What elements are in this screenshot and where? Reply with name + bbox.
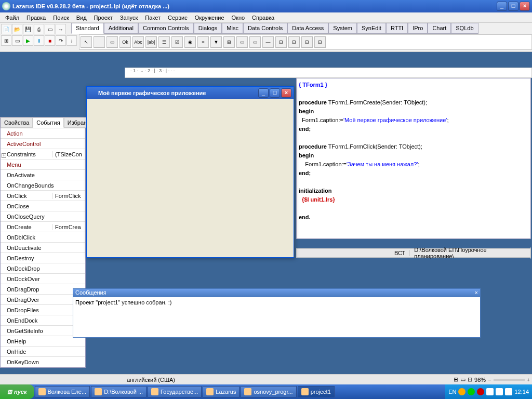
- menu-правка[interactable]: Правка: [23, 14, 49, 22]
- event-row[interactable]: OnChangeBounds: [1, 180, 85, 191]
- taskbar-item[interactable]: D:\Волковой ...: [91, 386, 147, 397]
- pause-button[interactable]: ⏸: [34, 35, 44, 46]
- event-row[interactable]: OnKeyDown: [1, 357, 85, 367]
- event-row[interactable]: OnActivate: [1, 170, 85, 180]
- event-row[interactable]: OnCloseQuery: [1, 211, 85, 222]
- app-minimize-button[interactable]: _: [258, 88, 269, 98]
- component-tab[interactable]: IPro: [408, 23, 428, 34]
- component-tab[interactable]: SQLdb: [451, 23, 478, 34]
- component-tab[interactable]: Dialogs: [194, 23, 222, 34]
- event-row[interactable]: OnHide: [1, 347, 85, 357]
- zoom-in-button[interactable]: +: [527, 377, 530, 383]
- tray-icon[interactable]: [468, 388, 475, 395]
- event-row[interactable]: ActiveControl: [1, 139, 85, 149]
- palette-component[interactable]: —: [262, 36, 274, 48]
- palette-component[interactable]: ▭: [107, 36, 118, 48]
- palette-component[interactable]: ≡: [197, 36, 209, 48]
- view-forms-button[interactable]: ▭: [12, 35, 22, 46]
- minimize-button[interactable]: _: [497, 2, 507, 11]
- newform-button[interactable]: ▭: [45, 24, 55, 34]
- event-row[interactable]: OnDockDrop: [1, 263, 85, 274]
- code-editor[interactable]: { TForm1 } procedure TForm1.FormCreate(S…: [296, 78, 531, 239]
- palette-component[interactable]: ⊡: [288, 36, 300, 48]
- running-app-window[interactable]: Моё первое графическое приложение _ □ ×: [86, 86, 294, 258]
- menu-окно[interactable]: Окно: [229, 14, 248, 22]
- component-tab[interactable]: Misc: [222, 23, 243, 34]
- palette-component[interactable]: ↖: [81, 36, 92, 48]
- tray-icon[interactable]: [505, 388, 512, 395]
- toggle-button[interactable]: ↔: [56, 24, 66, 34]
- palette-component[interactable]: ☰: [158, 36, 170, 48]
- zoom-out-button[interactable]: −: [488, 377, 491, 383]
- zoom-slider[interactable]: [494, 379, 525, 381]
- inspector-tab[interactable]: Свойства: [1, 117, 33, 128]
- menu-проект[interactable]: Проект: [91, 14, 116, 22]
- tray-icon[interactable]: [496, 388, 503, 395]
- taskbar-item[interactable]: project1: [298, 386, 335, 397]
- tray-lang[interactable]: EN: [448, 389, 456, 395]
- component-tab[interactable]: RTTI: [386, 23, 408, 34]
- event-value[interactable]: (TSizeCon: [52, 151, 85, 157]
- component-tab[interactable]: Data Access: [287, 23, 328, 34]
- palette-component[interactable]: ▭: [249, 36, 261, 48]
- view-units-button[interactable]: ⊞: [1, 35, 11, 46]
- menu-справка[interactable]: Справка: [249, 14, 277, 22]
- menu-окружение[interactable]: Окружение: [192, 14, 228, 22]
- event-row[interactable]: OnClickFormClick: [1, 191, 85, 201]
- tray-icon[interactable]: [486, 388, 494, 395]
- event-row[interactable]: Action: [1, 128, 85, 139]
- event-value[interactable]: FormClick: [52, 193, 85, 199]
- menu-запуск[interactable]: Запуск: [117, 14, 141, 22]
- message-line[interactable]: Проект "project1" успешно собран. :): [73, 297, 480, 308]
- open-button[interactable]: 📂: [12, 24, 22, 34]
- palette-component[interactable]: Ok: [119, 36, 131, 48]
- event-row[interactable]: OnDockOver: [1, 274, 85, 284]
- run-button[interactable]: ▶: [23, 35, 33, 46]
- component-tab[interactable]: Common Controls: [138, 23, 194, 34]
- event-row[interactable]: OnDestroy: [1, 253, 85, 263]
- maximize-button[interactable]: □: [508, 2, 518, 11]
- event-row[interactable]: OnCreateFormCrea: [1, 222, 85, 232]
- expand-icon[interactable]: +: [2, 153, 6, 158]
- palette-component[interactable]: [94, 36, 105, 48]
- palette-component[interactable]: ▭: [236, 36, 248, 48]
- view-icon2[interactable]: ▭: [460, 376, 466, 383]
- palette-component[interactable]: Abc: [132, 36, 144, 48]
- taskbar-item[interactable]: Волкова Еле...: [35, 386, 90, 397]
- event-row[interactable]: OnClose: [1, 201, 85, 211]
- component-tab[interactable]: System: [328, 23, 357, 34]
- start-button[interactable]: ⊞ пуск: [0, 384, 34, 399]
- saveall-button[interactable]: ⎙: [34, 24, 44, 34]
- menu-поиск[interactable]: Поиск: [50, 14, 72, 22]
- component-tab[interactable]: Data Controls: [243, 23, 287, 34]
- palette-component[interactable]: ▼: [210, 36, 222, 48]
- tray-icon[interactable]: [458, 388, 466, 395]
- menu-файл[interactable]: Файл: [2, 14, 22, 22]
- view-icon[interactable]: ⊞: [454, 376, 458, 383]
- palette-component[interactable]: ⊡: [314, 36, 326, 48]
- app-maximize-button[interactable]: □: [270, 88, 280, 98]
- event-row[interactable]: OnDeactivate: [1, 243, 85, 253]
- palette-component[interactable]: |ab|: [145, 36, 157, 48]
- event-row[interactable]: Constraints+(TSizeCon: [1, 149, 85, 159]
- close-button[interactable]: ×: [520, 2, 530, 11]
- event-row[interactable]: OnDblClick: [1, 232, 85, 243]
- view-icon3[interactable]: ⊡: [468, 376, 472, 383]
- palette-component[interactable]: ⊡: [275, 36, 287, 48]
- app-close-button[interactable]: ×: [281, 88, 291, 98]
- component-tab[interactable]: Standard: [71, 23, 104, 34]
- app-titlebar[interactable]: Моё первое графическое приложение _ □ ×: [87, 87, 294, 99]
- component-tab[interactable]: Additional: [104, 23, 138, 34]
- component-tab[interactable]: SynEdit: [357, 23, 386, 34]
- event-row[interactable]: OnHelp: [1, 336, 85, 347]
- new-button[interactable]: 📄: [1, 24, 11, 34]
- event-value[interactable]: FormCrea: [52, 224, 85, 230]
- taskbar-item[interactable]: osnovy_progr...: [241, 386, 296, 397]
- taskbar-item[interactable]: Lazarus: [203, 386, 240, 397]
- menu-пакет[interactable]: Пакет: [142, 14, 164, 22]
- stop-button[interactable]: ■: [45, 35, 55, 46]
- menu-вид[interactable]: Вид: [73, 14, 90, 22]
- palette-component[interactable]: ◉: [184, 36, 196, 48]
- save-button[interactable]: 💾: [23, 24, 33, 34]
- component-tab[interactable]: Chart: [428, 23, 451, 34]
